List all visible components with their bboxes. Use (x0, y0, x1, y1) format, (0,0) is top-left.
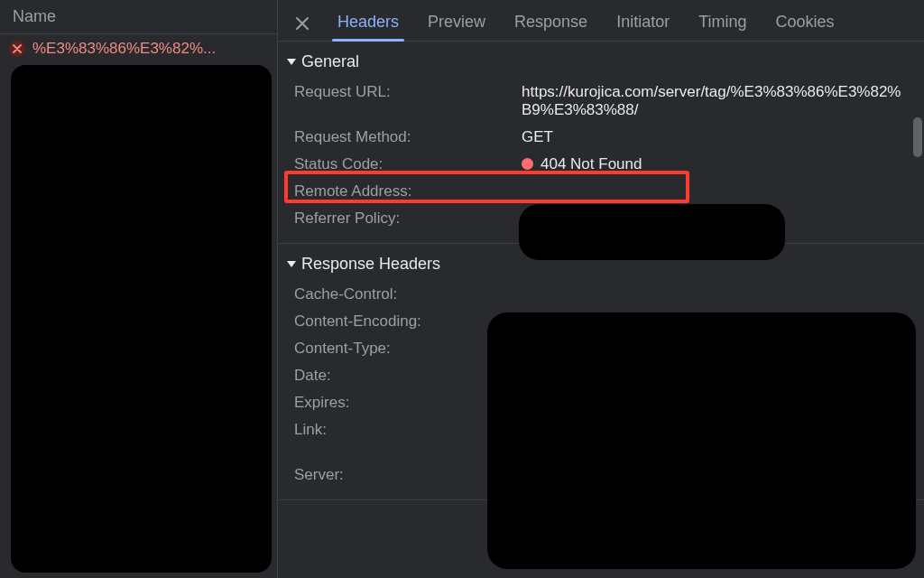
value-request-method[interactable]: GET (522, 128, 915, 146)
redacted-block (11, 65, 272, 573)
response-headers-title: Response Headers (301, 255, 440, 274)
redacted-block (519, 204, 785, 260)
redacted-block (487, 312, 916, 569)
label-request-method: Request Method: (294, 128, 522, 146)
value-request-url[interactable]: https://kurojica.com/server/tag/%E3%83%8… (522, 83, 915, 119)
tab-headers[interactable]: Headers (323, 5, 413, 41)
status-code-text: 404 Not Found (541, 155, 642, 172)
headers-panel: Headers Preview Response Initiator Timin… (278, 0, 924, 578)
value-status-code[interactable]: 404 Not Found (522, 155, 915, 173)
error-icon (9, 41, 25, 57)
general-title: General (301, 52, 359, 71)
request-name: %E3%83%86%E3%82%... (32, 40, 216, 58)
tab-timing[interactable]: Timing (684, 5, 761, 41)
tab-preview[interactable]: Preview (413, 5, 500, 41)
tab-cookies[interactable]: Cookies (762, 5, 849, 41)
label-referrer-policy: Referrer Policy: (294, 210, 522, 228)
scrollbar-thumb[interactable] (913, 117, 922, 157)
tab-initiator[interactable]: Initiator (602, 5, 684, 41)
row-cache-control: Cache-Control: (287, 281, 915, 308)
disclosure-triangle-icon (287, 261, 296, 267)
label-cache-control: Cache-Control: (294, 285, 522, 303)
label-remote-address: Remote Address: (294, 182, 522, 200)
disclosure-triangle-icon (287, 59, 296, 65)
row-request-method: Request Method: GET (287, 124, 915, 151)
name-column-header[interactable]: Name (0, 0, 277, 34)
scrollbar[interactable] (913, 40, 922, 573)
network-name-panel: Name %E3%83%86%E3%82%... (0, 0, 278, 578)
label-status-code: Status Code: (294, 155, 522, 173)
tab-response[interactable]: Response (500, 5, 602, 41)
row-remote-address: Remote Address: (287, 178, 915, 205)
row-request-url: Request URL: https://kurojica.com/server… (287, 79, 915, 124)
close-panel-button[interactable] (287, 10, 318, 37)
label-request-url: Request URL: (294, 83, 522, 101)
row-status-code: Status Code: 404 Not Found (287, 151, 915, 178)
detail-tabs: Headers Preview Response Initiator Timin… (278, 0, 924, 42)
request-row[interactable]: %E3%83%86%E3%82%... (0, 34, 277, 63)
general-section-header[interactable]: General (287, 49, 915, 79)
status-dot-icon (522, 158, 533, 170)
